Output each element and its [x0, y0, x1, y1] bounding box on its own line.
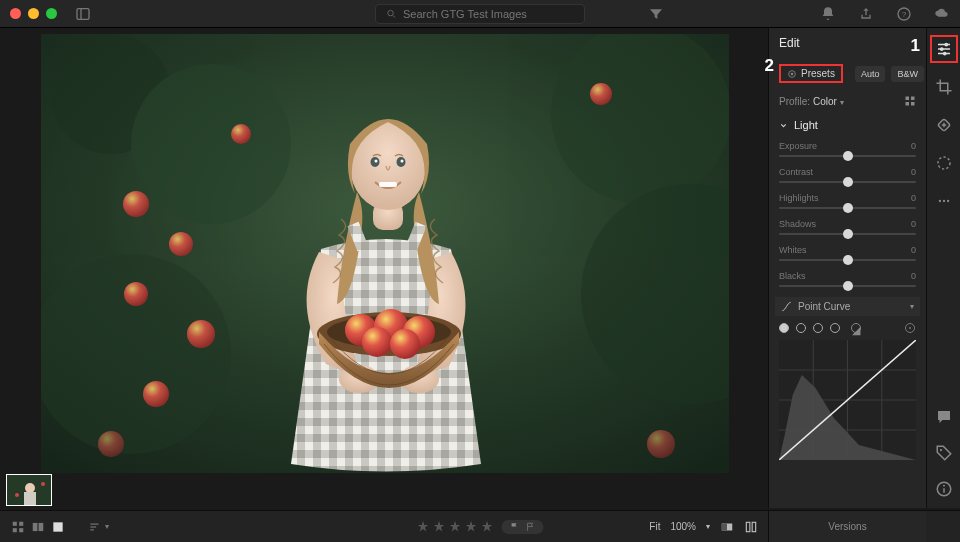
curve-channel-luma[interactable]	[779, 323, 789, 333]
keywords-icon[interactable]	[935, 444, 953, 462]
slider-label: Highlights	[779, 193, 819, 203]
cloud-icon[interactable]	[934, 6, 950, 22]
flag-pick-icon[interactable]	[510, 522, 520, 532]
svg-point-33	[390, 329, 420, 359]
edit-sliders-icon[interactable]	[935, 40, 953, 58]
more-icon[interactable]	[937, 192, 951, 210]
star-icon[interactable]	[481, 520, 494, 533]
slider-exposure[interactable]: Exposure0	[779, 141, 916, 157]
slider-whites[interactable]: Whites0	[779, 245, 916, 261]
star-icon[interactable]	[449, 520, 462, 533]
svg-text:?: ?	[902, 9, 907, 18]
grid-view-icon[interactable]	[10, 520, 26, 534]
bw-button[interactable]: B&W	[891, 66, 924, 82]
filmstrip	[6, 474, 52, 506]
svg-rect-43	[906, 97, 910, 101]
sort-icon	[88, 520, 102, 534]
light-section-label: Light	[794, 119, 818, 131]
point-curve-header[interactable]: Point Curve ▾	[775, 297, 920, 316]
fit-label[interactable]: Fit	[649, 521, 660, 532]
svg-point-61	[942, 52, 946, 56]
slider-track[interactable]	[779, 259, 916, 261]
curve-channel-green[interactable]	[813, 323, 823, 333]
presets-icon	[787, 69, 797, 79]
zoom-value[interactable]: 100%	[670, 521, 696, 532]
svg-rect-46	[911, 102, 915, 106]
versions-label: Versions	[828, 521, 866, 532]
masking-icon[interactable]	[935, 154, 953, 172]
maximize-window[interactable]	[46, 8, 57, 19]
annotation-1: 1	[911, 36, 920, 56]
svg-point-67	[942, 200, 944, 202]
comments-icon[interactable]	[935, 408, 953, 426]
curve-channel-red[interactable]	[796, 323, 806, 333]
slider-value: 0	[911, 271, 916, 281]
svg-rect-79	[19, 521, 23, 525]
tone-curve[interactable]	[779, 340, 916, 460]
search-input[interactable]	[403, 8, 574, 20]
slider-value: 0	[911, 245, 916, 255]
svg-point-74	[25, 483, 35, 493]
flag-controls[interactable]	[502, 520, 544, 534]
svg-rect-80	[13, 528, 17, 532]
svg-point-12	[131, 64, 291, 224]
titlebar: ?	[0, 0, 960, 28]
help-icon[interactable]: ?	[896, 6, 912, 22]
slider-knob[interactable]	[843, 203, 853, 213]
detail-view-icon[interactable]	[50, 520, 66, 534]
slider-blacks[interactable]: Blacks0	[779, 271, 916, 287]
info-icon[interactable]	[935, 480, 953, 498]
svg-rect-91	[752, 522, 756, 531]
star-icon[interactable]	[417, 520, 430, 533]
slider-knob[interactable]	[843, 281, 853, 291]
slider-track[interactable]	[779, 207, 916, 209]
svg-rect-83	[39, 522, 44, 530]
slider-track[interactable]	[779, 285, 916, 287]
slider-knob[interactable]	[843, 229, 853, 239]
image-viewer[interactable]	[0, 28, 768, 508]
curve-channel-blue[interactable]	[830, 323, 840, 333]
panels-toggle-icon[interactable]	[744, 520, 758, 534]
search-icon	[386, 8, 397, 20]
parametric-curve-icon[interactable]: ◢	[851, 323, 861, 333]
slider-knob[interactable]	[843, 151, 853, 161]
svg-point-65	[938, 157, 950, 169]
slider-track[interactable]	[779, 155, 916, 157]
crop-icon[interactable]	[935, 78, 953, 96]
versions-button[interactable]: Versions	[768, 510, 926, 542]
slider-highlights[interactable]: Highlights0	[779, 193, 916, 209]
profile-row[interactable]: Profile: Color ▾	[779, 95, 916, 107]
slider-contrast[interactable]: Contrast0	[779, 167, 916, 183]
point-curve-label: Point Curve	[798, 301, 850, 312]
star-icon[interactable]	[465, 520, 478, 533]
light-section-header[interactable]: Light	[779, 119, 916, 131]
bell-icon[interactable]	[820, 6, 836, 22]
close-window[interactable]	[10, 8, 21, 19]
filter-icon[interactable]	[648, 6, 664, 22]
sort-menu[interactable]: ▾	[88, 520, 109, 534]
sidebar-toggle-icon[interactable]	[75, 6, 91, 22]
svg-rect-84	[53, 522, 62, 531]
slider-knob[interactable]	[843, 177, 853, 187]
minimize-window[interactable]	[28, 8, 39, 19]
profile-grid-icon[interactable]	[904, 95, 916, 107]
slider-value: 0	[911, 193, 916, 203]
compare-view-icon[interactable]	[30, 520, 46, 534]
presets-button[interactable]: Presets	[779, 64, 843, 83]
slider-track[interactable]	[779, 181, 916, 183]
original-toggle-icon[interactable]	[720, 520, 734, 534]
slider-shadows[interactable]: Shadows0	[779, 219, 916, 235]
share-icon[interactable]	[858, 6, 874, 22]
auto-button[interactable]: Auto	[855, 66, 886, 82]
slider-track[interactable]	[779, 233, 916, 235]
edit-panel: Edit Presets Auto B&W Profile: Color ▾ L…	[768, 28, 926, 508]
flag-reject-icon[interactable]	[526, 522, 536, 532]
star-icon[interactable]	[433, 520, 446, 533]
rating-stars[interactable]	[417, 520, 494, 533]
svg-rect-90	[746, 522, 750, 531]
curve-options-icon[interactable]	[904, 322, 916, 334]
slider-knob[interactable]	[843, 255, 853, 265]
filmstrip-thumb[interactable]	[6, 474, 52, 506]
healing-icon[interactable]	[935, 116, 953, 134]
search-box[interactable]	[375, 4, 585, 24]
